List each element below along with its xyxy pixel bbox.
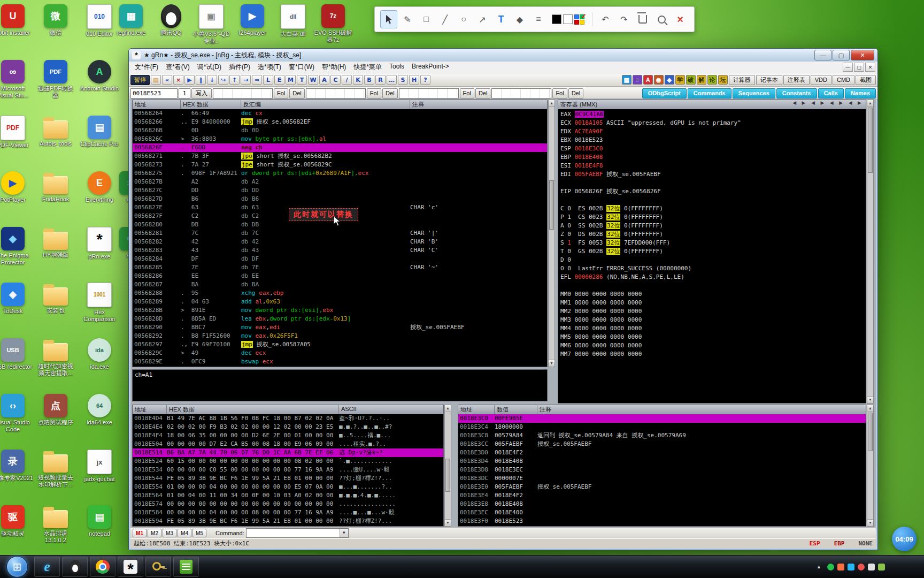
color-white-swatch[interactable] [563,14,573,24]
desktop-icon[interactable]: ▶I264player [232,4,273,36]
toolbar-button-12[interactable]: M [286,75,296,85]
dump-row[interactable]: 0018E53400 00 00 00 C0 55 00 00 00 00 00… [133,466,443,474]
memory-button-M1[interactable]: M1 [133,529,147,537]
color-picker[interactable]: ✓ [552,14,584,25]
disasm-row[interactable]: 00568292. B8 F1F52600mov eax,0x26F5F1 [133,332,547,340]
menu-item-9[interactable]: BreakPoint-> [408,63,453,72]
address-input[interactable] [130,88,178,98]
plugin-icon-2[interactable]: A [643,75,653,85]
close-button[interactable]: ✕ [851,50,874,60]
desktop-icon[interactable]: ◈ToDesk [0,283,33,315]
stack-row[interactable]: 0018E3D00018E4F2 [458,448,866,457]
disasm-row[interactable]: 0056826C> 36:8803mov byte ptr ss:[ebx],a… [133,135,547,143]
plugin-tab-Names[interactable]: Names [845,88,876,98]
disasm-row[interactable]: 0056826B 0Ddb 0D [133,126,547,135]
disassembly-scrollbar[interactable]: ▲▼ [548,100,555,367]
fol-button-0[interactable]: Fol [274,88,288,98]
memory-button-M2[interactable]: M2 [148,529,161,537]
del-button-2[interactable]: Del [475,88,491,98]
desktop-icon[interactable]: 腾讯QQ [151,4,191,36]
desktop-icon[interactable]: ▦regfind.exe [111,4,151,36]
desktop-icon[interactable]: 64ida64.exe [79,394,120,426]
dump-scrollbar[interactable]: ▲▼ [444,405,451,527]
toolbar-button-20[interactable]: R [375,75,386,85]
toolbar-button-5[interactable]: ↓ [207,75,217,85]
plugin-icon-0[interactable]: ▦ [622,75,632,85]
toolbar-button-24[interactable]: ? [420,75,430,85]
tool-button-记事本[interactable]: 记事本 [756,75,782,85]
register-line[interactable]: EIP 0056826F 授权_se.0056826F [558,187,866,196]
disasm-row[interactable]: 00568281 7Cdb 7CCHAR '|' [133,229,547,238]
plugin-icon-4[interactable]: ◆ [665,75,674,85]
disasm-row[interactable]: 0056829E. 0FC9bswap ecx [133,358,547,366]
desktop-icon[interactable]: HY增强版 [35,227,76,258]
dump-row[interactable]: 0018E544FE 05 89 3B 9E BC F6 1E 99 5A 21… [133,474,443,483]
stack-row[interactable]: 0018E3D40018E408 [458,457,866,466]
tool-button-注释表[interactable]: 注释表 [783,75,810,85]
toolbar-button-9[interactable]: ⇒ [252,75,262,85]
toolbar-button-15[interactable]: A [319,75,329,85]
plugin-icon-3[interactable]: ◉ [654,75,664,85]
tray-icon-3[interactable] [858,564,865,571]
redo-button[interactable]: ↷ [615,10,633,28]
register-line[interactable]: MM1 0000 0000 0000 0000 [558,299,866,307]
color-black-swatch[interactable] [552,14,561,24]
dump-row[interactable]: 0018E4F418 00 06 35 00 00 00 00 D2 6E 2E… [133,431,443,440]
plugin-icon-6[interactable]: 破 [686,75,696,85]
plugin-tab-Commands[interactable]: Commands [688,88,732,98]
menu-item-4[interactable]: 选*项(T) [254,63,285,72]
menu-item-0[interactable]: 文*件(F) [131,63,162,72]
toolbar-button-13[interactable]: T [297,75,307,85]
disasm-row[interactable]: 0056826F. F6DDneg ch [133,143,547,152]
toolbar-button-17[interactable]: / [342,75,352,85]
disasm-row[interactable]: 00568297., E9 69F70100jmp 授权_se.00587A05 [133,340,547,349]
mosaic-tool[interactable]: ≡ [530,10,547,28]
dump-row[interactable]: 0018E52460 15 00 00 00 00 00 00 00 00 00… [133,457,443,466]
toolbar-button-19[interactable]: B [364,75,374,85]
stack-row[interactable]: 0018E3D80018E3EC [458,466,866,474]
dump-row[interactable]: 0018E56401 00 04 00 11 00 34 00 0F 00 10… [133,491,443,500]
registers-nav-arrows[interactable]: ◀ ▶ ◀ ▶ ◀ ▶ ◀ ▶ [792,100,866,109]
register-line[interactable]: EAX 0C9C41A6 [558,110,866,119]
desktop-icon[interactable]: ▤notepad [79,505,120,537]
text-tool[interactable]: T [492,10,510,28]
register-line[interactable] [558,282,866,290]
disasm-row[interactable]: 0056828B> 891Emov dword ptr ds:[esi],ebx [133,306,547,315]
desktop-icon[interactable]: 超时代加密视频无密提取... [35,338,76,377]
disasm-row[interactable]: 00568273. 7A 27jpe short 授权_se.0056829C [133,161,547,169]
register-line[interactable]: EBP 0018E408 [558,153,866,162]
fol-button-1[interactable]: Fol [367,88,381,98]
pause-button[interactable]: 暂停 [130,75,150,85]
zoom-button[interactable] [653,10,670,28]
disasm-row[interactable]: 0056827D B6db B6 [133,195,547,203]
desktop-icon[interactable]: AAndroid Studio [79,60,120,92]
memory-button-M5[interactable]: M5 [192,529,206,537]
desktop-icon[interactable]: 微微信 [35,4,76,36]
registers-scrollbar[interactable]: ▲▼ [867,100,874,404]
plugin-tab-Calls[interactable]: Calls [818,88,844,98]
menu-item-3[interactable]: 插件(P) [225,63,254,72]
desktop-icon[interactable]: ▶PotPlayer [0,171,33,203]
plugin-icon-5[interactable]: 学 [675,75,685,85]
tray-icon-4[interactable] [868,564,875,571]
dump-row[interactable]: 0018E594FE 05 89 3B 9E BC F6 1E 99 5A 21… [133,517,443,526]
disasm-row[interactable]: 00568290. 8BC7mov eax,edi授权_se.005FAEBF [133,323,547,332]
disasm-row[interactable]: 0056827B A2db A2 [133,178,547,186]
desktop-icon[interactable]: UIObit installer [0,4,33,36]
disasm-row[interactable]: 00568287 BAdb BA [133,280,547,289]
disasm-row[interactable]: 00568288. 95xchg eax,ebp [133,289,547,298]
stack-row[interactable]: 0018E3F00018E523 [458,517,866,526]
dropdown-arrow-icon[interactable]: ▼ [340,529,348,537]
desktop-icon[interactable]: PDF迅捷PDF转换器 [35,60,76,99]
register-line[interactable]: MM4 0000 0000 0000 0000 [558,324,866,333]
register-line[interactable]: T 0 GS 002B 32位 0(FFFFFFFF) [558,247,866,256]
register-line[interactable]: D 0 [558,256,866,264]
del-button-1[interactable]: Del [382,88,398,98]
toolbar-button-16[interactable]: C [330,75,341,85]
taskbar-item-internet-explorer[interactable]: e [34,557,60,577]
desktop-icon[interactable]: ∞Microsoft Visual Stu... [0,60,33,99]
stack-row[interactable]: 0018E3C418000000 [458,423,866,431]
start-button[interactable]: ⊞ [6,556,28,577]
stack-row[interactable]: 0018E3DC0000007E [458,474,866,483]
fol-button-3[interactable]: Fol [552,88,567,98]
